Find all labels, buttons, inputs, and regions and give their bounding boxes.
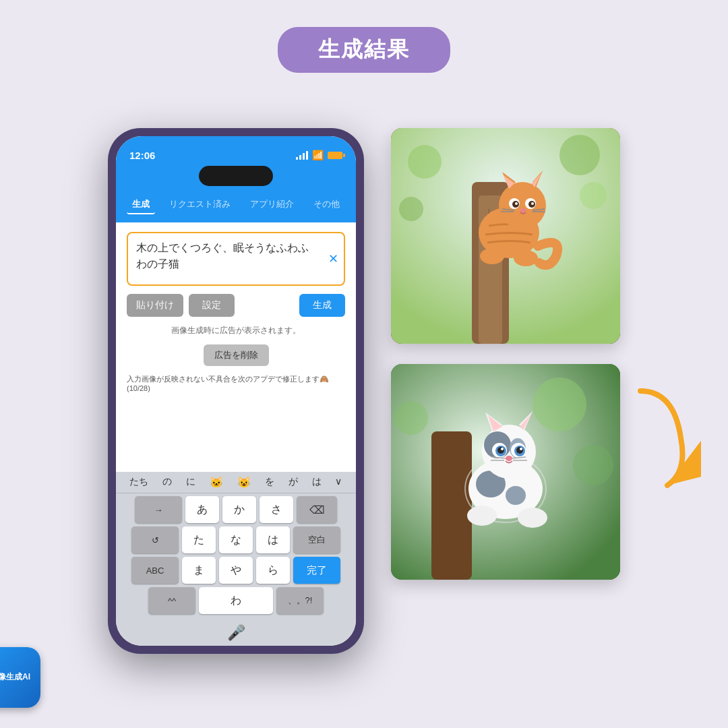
svg-point-57 bbox=[467, 506, 497, 526]
key-row-1: → あ か さ ⌫ bbox=[120, 496, 352, 523]
svg-point-36 bbox=[506, 486, 526, 505]
app-logo: 画像生成AI bbox=[0, 647, 40, 708]
svg-point-52 bbox=[506, 456, 512, 461]
remove-ad-button[interactable]: 広告を削除 bbox=[204, 344, 269, 366]
suggestion-ni[interactable]: に bbox=[186, 476, 195, 489]
title-badge: 生成結果 bbox=[278, 27, 450, 73]
key-ta[interactable]: た bbox=[182, 526, 216, 553]
cat-bottom-illustration bbox=[391, 364, 620, 580]
key-arrow-right[interactable]: → bbox=[135, 496, 182, 523]
svg-point-16 bbox=[520, 208, 526, 212]
text-input-area[interactable]: 木の上でくつろぐ、眠そうなふわふわの子猫 ✕ bbox=[127, 232, 345, 286]
key-ma[interactable]: ま bbox=[182, 557, 216, 584]
svg-point-30 bbox=[533, 377, 586, 431]
dynamic-island bbox=[116, 166, 356, 190]
tab-bar: 生成 リクエスト済み アプリ紹介 その他 bbox=[116, 190, 356, 222]
key-ha[interactable]: は bbox=[256, 526, 290, 553]
svg-point-32 bbox=[394, 401, 428, 435]
svg-point-21 bbox=[480, 248, 504, 264]
mic-icon[interactable]: 🎤 bbox=[227, 624, 245, 642]
battery-icon bbox=[328, 152, 342, 159]
key-row-2: ↺ た な は 空白 bbox=[120, 526, 352, 553]
action-buttons: 貼り付け 設定 生成 bbox=[127, 294, 345, 317]
island-pill bbox=[199, 166, 273, 186]
key-kana[interactable]: ^^ bbox=[148, 587, 195, 614]
app-content: 木の上でくつろぐ、眠そうなふわふわの子猫 ✕ 貼り付け 設定 生成 画像生成時に… bbox=[116, 222, 356, 472]
status-time: 12:06 bbox=[129, 150, 155, 161]
svg-point-31 bbox=[573, 445, 613, 485]
svg-point-26 bbox=[399, 197, 423, 221]
status-bar: 12:06 📶 bbox=[116, 136, 356, 166]
svg-point-48 bbox=[497, 447, 504, 454]
tab-generate[interactable]: 生成 bbox=[127, 195, 155, 214]
keyboard-suggestions: たち の に 🐱 😺 を が は ∨ bbox=[116, 472, 356, 493]
cat-image-top bbox=[391, 128, 620, 344]
keyboard-rows: → あ か さ ⌫ ↺ た な は 空白 bbox=[116, 493, 356, 620]
paste-button[interactable]: 貼り付け bbox=[127, 294, 183, 317]
svg-point-14 bbox=[515, 202, 518, 205]
suggestion-more[interactable]: ∨ bbox=[335, 476, 342, 489]
title-text: 生成結果 bbox=[318, 37, 410, 61]
key-punctuation[interactable]: 、。?! bbox=[276, 587, 324, 614]
tab-other[interactable]: その他 bbox=[308, 195, 345, 214]
tab-requested[interactable]: リクエスト済み bbox=[164, 195, 236, 214]
images-panel bbox=[391, 128, 620, 580]
signal-bar-3 bbox=[303, 153, 305, 160]
app-logo-text: 画像生成AI bbox=[0, 672, 30, 683]
svg-point-58 bbox=[518, 508, 547, 528]
cat-top-svg bbox=[391, 128, 620, 344]
key-row-4: ^^ わ 、。?! bbox=[120, 587, 352, 614]
suggestion-ha[interactable]: は bbox=[312, 476, 322, 489]
text-input-content: 木の上でくつろぐ、眠そうなふわふわの子猫 bbox=[136, 240, 336, 272]
key-a[interactable]: あ bbox=[185, 496, 219, 523]
key-sa[interactable]: さ bbox=[260, 496, 293, 523]
key-space[interactable]: 空白 bbox=[293, 526, 340, 553]
suggestion-ga[interactable]: が bbox=[289, 476, 298, 489]
settings-button[interactable]: 設定 bbox=[189, 294, 235, 317]
key-ka[interactable]: か bbox=[222, 496, 256, 523]
suggestion-no[interactable]: の bbox=[162, 476, 172, 489]
signal-bar-2 bbox=[299, 155, 301, 160]
suggestion-tachi[interactable]: たち bbox=[129, 476, 148, 489]
key-backspace[interactable]: ⌫ bbox=[297, 496, 337, 523]
signal-bar-4 bbox=[306, 151, 308, 160]
cat-image-bottom bbox=[391, 364, 620, 580]
key-wa[interactable]: わ bbox=[199, 587, 273, 614]
svg-point-24 bbox=[559, 135, 600, 175]
key-undo[interactable]: ↺ bbox=[131, 526, 179, 553]
tab-app-intro[interactable]: アプリ紹介 bbox=[245, 195, 299, 214]
suggestion-cat2[interactable]: 😺 bbox=[237, 476, 251, 489]
main-content: 12:06 📶 bbox=[108, 128, 620, 654]
wifi-icon: 📶 bbox=[312, 150, 324, 160]
svg-point-5 bbox=[499, 182, 546, 229]
phone-screen: 12:06 📶 bbox=[116, 136, 356, 646]
key-row-3: ABC ま や ら 完了 bbox=[120, 557, 352, 584]
suggestion-wo[interactable]: を bbox=[265, 476, 274, 489]
phone-mockup: 12:06 📶 bbox=[108, 128, 364, 654]
status-icons: 📶 bbox=[296, 150, 342, 160]
key-ya[interactable]: や bbox=[219, 557, 253, 584]
svg-point-22 bbox=[514, 250, 538, 266]
generate-button[interactable]: 生成 bbox=[299, 294, 345, 317]
suggestion-cat1[interactable]: 🐱 bbox=[210, 476, 223, 489]
key-ra[interactable]: ら bbox=[256, 557, 290, 584]
svg-point-23 bbox=[408, 145, 442, 179]
mic-area: 🎤 bbox=[116, 620, 356, 646]
keyboard-area: たち の に 🐱 😺 を が は ∨ → bbox=[116, 472, 356, 646]
svg-point-25 bbox=[580, 182, 607, 209]
svg-rect-29 bbox=[431, 431, 472, 580]
key-na[interactable]: な bbox=[219, 526, 253, 553]
clear-button[interactable]: ✕ bbox=[328, 251, 338, 266]
key-done[interactable]: 完了 bbox=[293, 557, 340, 584]
page-container: 生成結果 12:06 📶 bbox=[0, 0, 728, 728]
signal-bars-icon bbox=[296, 151, 308, 160]
cat-bottom-svg bbox=[391, 364, 620, 580]
svg-point-49 bbox=[516, 447, 523, 454]
update-notice: 入力画像が反映されない不具合を次のアプデで修正します🙈 (10/28) bbox=[127, 374, 345, 392]
arrow-wrapper bbox=[620, 384, 701, 495]
key-abc[interactable]: ABC bbox=[131, 557, 179, 584]
svg-point-15 bbox=[531, 202, 534, 205]
arrow-svg bbox=[620, 384, 701, 492]
signal-bar-1 bbox=[296, 157, 298, 160]
svg-point-51 bbox=[520, 448, 522, 450]
